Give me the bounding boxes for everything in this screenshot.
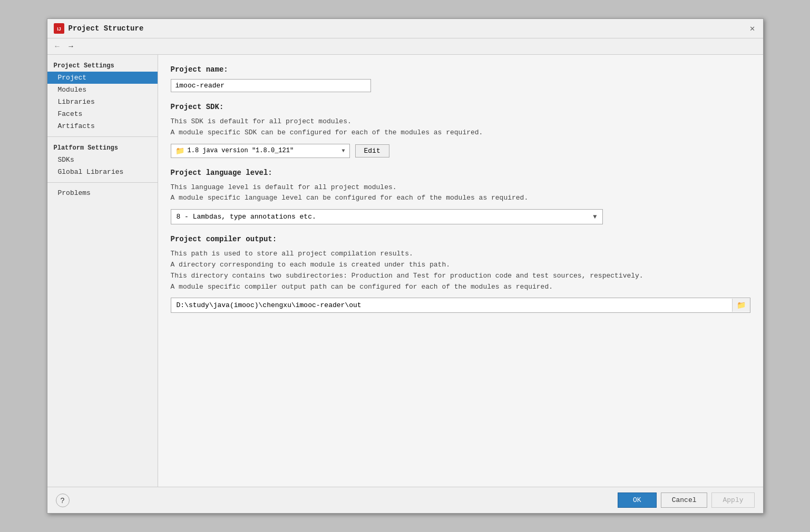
title-bar-left: IJ Project Structure [54,23,144,34]
language-level-value: 8 - Lambdas, type annotations etc. [177,213,593,221]
language-dropdown-arrow: ▼ [593,213,597,221]
compiler-output-folder-button[interactable]: 📁 [732,299,750,312]
footer-right: OK Cancel Apply [618,492,754,508]
compiler-output-label: Project compiler output: [171,235,750,243]
sdk-value: 1.8 java version "1.8.0_121" [188,147,342,154]
project-settings-label: Project Settings [47,59,158,72]
forward-button[interactable]: → [65,41,77,52]
language-level-label: Project language level: [171,169,750,177]
sidebar-item-sdks[interactable]: SDKs [47,154,158,166]
sidebar-item-artifacts[interactable]: Artifacts [47,120,158,132]
compiler-output-input[interactable] [171,298,732,312]
svg-text:IJ: IJ [57,26,61,32]
nav-bar: ← → [47,38,763,55]
cancel-button[interactable]: Cancel [661,492,708,508]
sdk-dropdown[interactable]: 📁 1.8 java version "1.8.0_121" ▼ [171,144,350,158]
sidebar-item-problems[interactable]: Problems [47,187,158,199]
footer-left: ? [56,494,70,507]
language-level-dropdown[interactable]: 8 - Lambdas, type annotations etc. ▼ [171,209,603,224]
sdk-dropdown-arrow: ▼ [341,148,345,154]
sidebar: Project Settings Project Modules Librari… [47,55,158,487]
dialog-body: Project Settings Project Modules Librari… [47,55,763,487]
back-button[interactable]: ← [52,41,63,52]
project-name-label: Project name: [171,65,750,74]
footer: ? OK Cancel Apply [47,487,763,513]
ok-button[interactable]: OK [618,492,657,508]
sidebar-item-modules[interactable]: Modules [47,84,158,96]
project-sdk-label: Project SDK: [171,103,750,111]
project-name-input[interactable] [171,79,371,92]
project-structure-dialog: IJ Project Structure ✕ ← → Project Setti… [47,18,764,514]
compiler-desc: This path is used to store all project c… [171,249,750,292]
sidebar-item-facets[interactable]: Facets [47,108,158,120]
lang-desc: This language level is default for all p… [171,182,750,204]
sdk-edit-button[interactable]: Edit [355,144,389,157]
compiler-output-wrapper: 📁 [171,298,750,313]
apply-button[interactable]: Apply [711,492,754,508]
platform-settings-label: Platform Settings [47,141,158,154]
sidebar-divider [47,136,158,137]
sdk-folder-icon: 📁 [175,146,184,155]
app-icon: IJ [54,23,64,34]
sidebar-item-global-libraries[interactable]: Global Libraries [47,166,158,178]
sdk-row: 📁 1.8 java version "1.8.0_121" ▼ Edit [171,144,750,158]
sdk-desc: This SDK is default for all project modu… [171,116,750,139]
main-content: Project name: Project SDK: This SDK is d… [158,55,763,487]
title-bar: IJ Project Structure ✕ [47,19,763,38]
dialog-title: Project Structure [69,24,144,33]
close-button[interactable]: ✕ [748,24,757,33]
sidebar-divider-2 [47,182,158,183]
help-button[interactable]: ? [56,494,70,507]
sidebar-item-project[interactable]: Project [47,72,158,84]
sidebar-item-libraries[interactable]: Libraries [47,96,158,108]
